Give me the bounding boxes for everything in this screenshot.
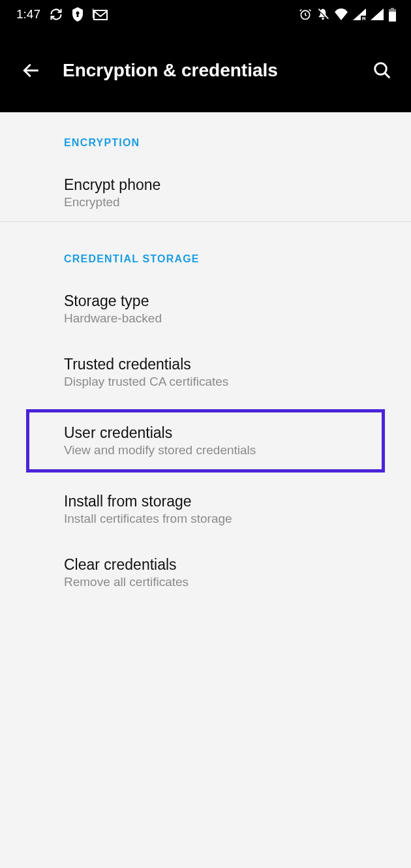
setting-install-from-storage[interactable]: Install from storage Install certificate… — [0, 481, 411, 538]
setting-subtitle: Encrypted — [64, 195, 385, 209]
setting-title: Trusted credentials — [64, 356, 385, 373]
wifi-icon — [334, 8, 348, 20]
setting-clear-credentials[interactable]: Clear credentials Remove all certificate… — [0, 538, 411, 601]
setting-title: Encrypt phone — [64, 176, 385, 194]
status-left: 1:47 — [16, 7, 108, 22]
signal-icon — [371, 8, 384, 20]
app-bar: Encryption & credentials — [0, 29, 411, 112]
gmail-icon — [93, 8, 108, 21]
status-right: R — [299, 8, 397, 22]
sync-icon — [50, 8, 63, 21]
setting-storage-type[interactable]: Storage type Hardware-backed — [0, 281, 411, 337]
search-button[interactable] — [369, 57, 395, 84]
setting-subtitle: Hardware-backed — [64, 311, 385, 326]
signal-r-icon: R — [353, 8, 366, 20]
page-title: Encryption & credentials — [63, 60, 369, 81]
setting-user-credentials[interactable]: User credentials View and modify stored … — [26, 409, 385, 473]
svg-rect-10 — [389, 12, 396, 22]
svg-rect-1 — [94, 10, 107, 20]
setting-encrypt-phone[interactable]: Encrypt phone Encrypted — [0, 164, 411, 221]
alarm-icon — [299, 8, 312, 21]
setting-title: Storage type — [64, 292, 385, 310]
svg-point-11 — [375, 63, 387, 75]
setting-subtitle: Install certificates from storage — [64, 512, 385, 526]
status-time: 1:47 — [16, 7, 40, 22]
setting-trusted-credentials[interactable]: Trusted credentials Display trusted CA c… — [0, 337, 411, 401]
status-bar: 1:47 R — [0, 0, 411, 29]
notifications-off-icon — [316, 8, 329, 21]
setting-subtitle: View and modify stored credentials — [64, 443, 382, 457]
content: ENCRYPTION Encrypt phone Encrypted CREDE… — [0, 112, 411, 601]
svg-rect-8 — [391, 8, 394, 9]
svg-text:R: R — [362, 16, 366, 20]
setting-title: Clear credentials — [64, 556, 385, 574]
battery-icon — [388, 8, 397, 22]
section-header-encryption: ENCRYPTION — [0, 112, 411, 164]
setting-subtitle: Display trusted CA certificates — [64, 375, 385, 389]
setting-title: Install from storage — [64, 493, 385, 510]
setting-subtitle: Remove all certificates — [64, 575, 385, 589]
setting-title: User credentials — [64, 424, 382, 442]
section-header-credential-storage: CREDENTIAL STORAGE — [0, 228, 411, 281]
back-button[interactable] — [18, 57, 44, 84]
section-gap — [0, 222, 411, 228]
svg-point-3 — [322, 18, 324, 20]
keyhole-icon — [72, 7, 84, 22]
